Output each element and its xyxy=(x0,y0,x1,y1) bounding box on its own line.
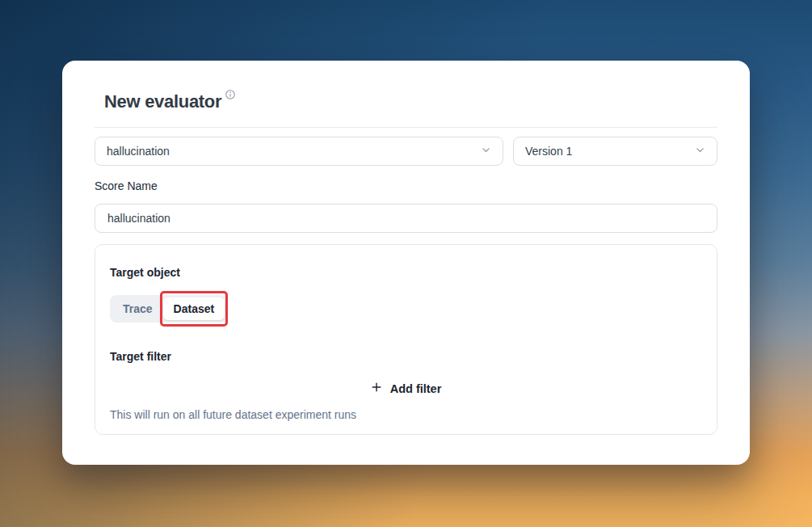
dialog-header: New evaluator xyxy=(62,61,750,111)
version-select-value: Version 1 xyxy=(525,145,572,158)
info-icon[interactable] xyxy=(225,90,235,99)
tab-dataset[interactable]: Dataset xyxy=(163,297,225,320)
add-filter-button[interactable]: Add filter xyxy=(371,382,442,395)
target-helper-text: This will run on all future dataset expe… xyxy=(110,408,702,421)
chevron-down-icon xyxy=(695,145,705,158)
plus-icon xyxy=(371,382,382,395)
evaluator-select-value: hallucination xyxy=(107,145,170,158)
add-filter-label: Add filter xyxy=(390,382,442,395)
evaluator-select[interactable]: hallucination xyxy=(95,137,503,166)
target-section: Target object Trace Dataset Target filte… xyxy=(95,244,717,435)
target-object-label: Target object xyxy=(110,266,702,279)
target-filter-label: Target filter xyxy=(110,350,702,363)
version-select[interactable]: Version 1 xyxy=(513,137,717,166)
score-name-label: Score Name xyxy=(95,179,717,192)
chevron-down-icon xyxy=(481,145,491,158)
page-title: New evaluator xyxy=(104,93,221,111)
new-evaluator-dialog: New evaluator hallucination Version 1 xyxy=(62,61,750,465)
target-object-switcher: Trace Dataset xyxy=(110,295,227,323)
tab-dataset-label: Dataset xyxy=(174,302,215,315)
score-name-input[interactable] xyxy=(95,204,717,233)
header-divider xyxy=(95,127,717,128)
tab-trace[interactable]: Trace xyxy=(112,297,163,320)
